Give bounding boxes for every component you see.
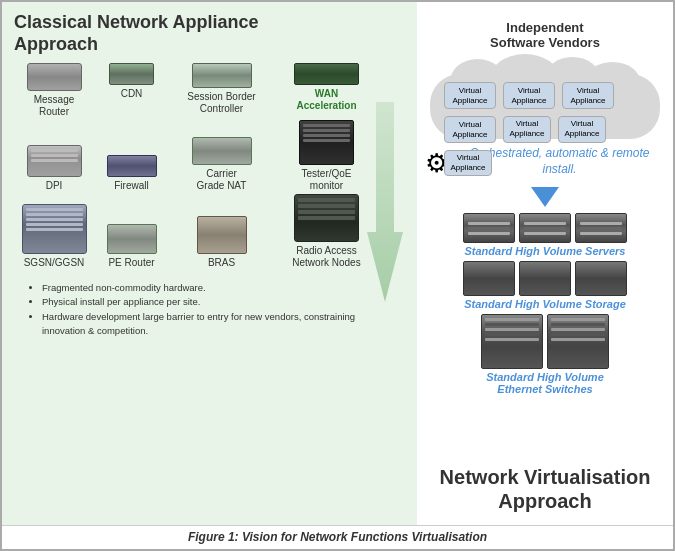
server-unit-2 (519, 213, 571, 243)
appliance-label: Radio AccessNetwork Nodes (292, 245, 360, 269)
storage-unit-2 (519, 261, 571, 296)
storage-label: Standard High Volume Storage (464, 298, 626, 310)
bullet-points: Fragmented non-commodity hardware. Physi… (14, 275, 405, 342)
storage-unit-3 (575, 261, 627, 296)
appliance-label: CarrierGrade NAT (197, 168, 247, 192)
right-title-top: Independent (490, 20, 600, 35)
appliance-pe-router: PE Router (94, 224, 169, 269)
appliance-label: DPI (46, 180, 63, 192)
bullet-2: Physical install per appliance per site. (42, 295, 393, 309)
appliance-firewall: Firewall (94, 155, 169, 192)
appliance-dpi: DPI (14, 145, 94, 192)
va-box-3: VirtualAppliance (562, 82, 614, 109)
outer-frame: Classical Network ApplianceApproach Mess… (0, 0, 675, 551)
right-title-bottom: Software Vendors (490, 35, 600, 50)
va-box-4: VirtualAppliance (444, 116, 496, 143)
appliance-label: Tester/QoEmonitor (301, 168, 351, 192)
nv-approach-label: Network VirtualisationApproach (440, 465, 651, 517)
appliance-label: MessageRouter (34, 94, 75, 118)
server-unit-1 (463, 213, 515, 243)
va-box-7: VirtualAppliance (444, 150, 492, 175)
va-box-1: VirtualAppliance (444, 82, 496, 109)
appliance-label: WANAcceleration (296, 88, 356, 112)
server-unit-3 (575, 213, 627, 243)
switch-unit-1 (481, 314, 543, 369)
appliance-sgsn: SGSN/GGSN (14, 204, 94, 269)
appliance-session-border: Session BorderController (169, 63, 274, 118)
switches-section: Standard High VolumeEthernet Switches (425, 312, 665, 395)
left-panel: Classical Network ApplianceApproach Mess… (2, 2, 417, 525)
main-arrow (367, 102, 403, 302)
appliance-label: Session BorderController (187, 91, 255, 115)
storage-unit-1 (463, 261, 515, 296)
va-box-5: VirtualAppliance (503, 116, 551, 143)
server-label: Standard High Volume Servers (465, 245, 626, 257)
right-panel: Independent Software Vendors VirtualAppl… (417, 2, 673, 525)
bullet-3: Hardware development large barrier to en… (42, 310, 393, 339)
main-content: Classical Network ApplianceApproach Mess… (2, 2, 673, 525)
appliance-cdn: CDN (94, 63, 169, 118)
appliance-bras: BRAS (169, 216, 274, 269)
switches-label: Standard High VolumeEthernet Switches (486, 371, 604, 395)
down-arrow (531, 187, 559, 207)
caption: Figure 1: Vision for Network Functions V… (2, 525, 673, 549)
appliance-label: Firewall (114, 180, 148, 192)
bullet-1: Fragmented non-commodity hardware. (42, 281, 393, 295)
appliance-label: BRAS (208, 257, 235, 269)
switch-unit-2 (547, 314, 609, 369)
va-box-2: VirtualAppliance (503, 82, 555, 109)
servers-section: Standard High Volume Servers (425, 211, 665, 257)
appliance-label: CDN (121, 88, 143, 100)
storage-section: Standard High Volume Storage (425, 259, 665, 310)
appliance-message-router: MessageRouter (14, 63, 94, 118)
appliance-label: SGSN/GGSN (24, 257, 85, 269)
left-title: Classical Network ApplianceApproach (14, 12, 405, 55)
va-box-6: VirtualAppliance (558, 116, 606, 143)
appliance-label: PE Router (108, 257, 154, 269)
appliance-carrier-nat: CarrierGrade NAT (169, 137, 274, 192)
